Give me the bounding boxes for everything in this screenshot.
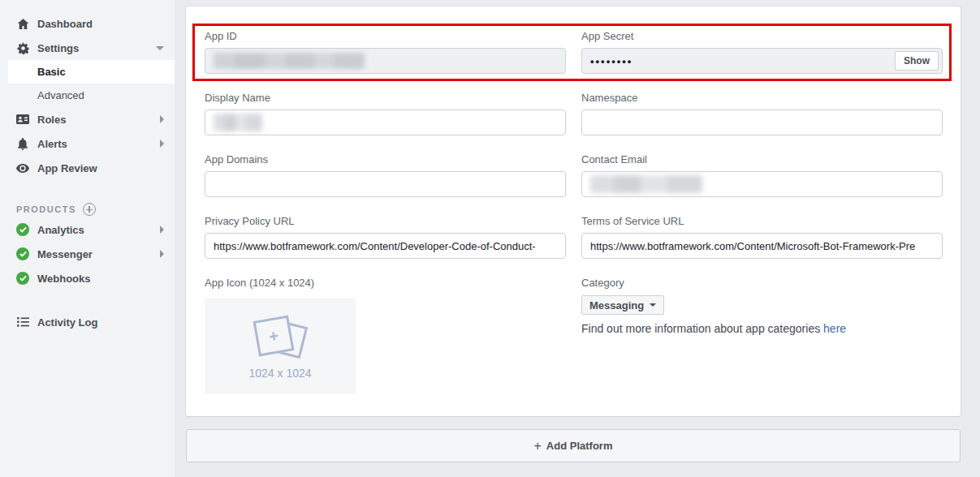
- gear-icon: [16, 41, 29, 54]
- app-id-label: App ID: [205, 30, 566, 44]
- contact-email-label: Contact Email: [581, 153, 943, 167]
- chevron-down-icon: [650, 303, 656, 307]
- plus-icon: +: [534, 440, 542, 453]
- sidebar-item-settings[interactable]: Settings: [0, 36, 175, 60]
- app-icon-size-hint: 1024 x 1024: [248, 367, 311, 380]
- display-name-field[interactable]: [205, 110, 566, 135]
- sidebar-item-activity-log[interactable]: Activity Log: [0, 310, 175, 334]
- terms-of-service-url-label: Terms of Service URL: [581, 215, 943, 229]
- category-help-text: Find out more information about app cate…: [581, 322, 943, 335]
- category-selected-value: Messaging: [589, 299, 644, 312]
- privacy-policy-url-field[interactable]: [205, 233, 566, 259]
- home-icon: [16, 17, 29, 30]
- sidebar-item-webhooks[interactable]: Webhooks: [0, 266, 175, 290]
- activity-log-icon: [16, 316, 29, 329]
- sidebar-item-dashboard[interactable]: Dashboard: [0, 11, 175, 36]
- sidebar-item-label: Advanced: [37, 89, 84, 101]
- category-label: Category: [581, 277, 943, 290]
- sidebar-item-label: Settings: [37, 42, 79, 54]
- category-dropdown[interactable]: Messaging: [581, 295, 664, 315]
- show-app-secret-button[interactable]: Show: [895, 51, 939, 71]
- chevron-right-icon: [160, 115, 164, 123]
- app-secret-label: App Secret: [581, 30, 943, 44]
- redacted-display-name-value: [214, 114, 262, 131]
- namespace-label: Namespace: [581, 92, 943, 105]
- products-section-header: PRODUCTS: [0, 201, 175, 217]
- add-product-icon[interactable]: [83, 203, 96, 216]
- privacy-policy-url-label: Privacy Policy URL: [205, 215, 566, 229]
- app-domains-input[interactable]: [214, 172, 557, 196]
- contact-email-field[interactable]: [581, 171, 943, 197]
- app-domains-label: App Domains: [205, 153, 566, 167]
- terms-of-service-url-input[interactable]: [590, 234, 934, 258]
- sidebar-item-label: Alerts: [37, 138, 67, 150]
- eye-icon: [16, 161, 29, 174]
- sidebar-item-alerts[interactable]: Alerts: [0, 131, 175, 156]
- terms-of-service-url-field[interactable]: [581, 233, 943, 259]
- app-icon-upload-area[interactable]: + 1024 x 1024: [205, 299, 356, 393]
- check-circle-icon: [16, 247, 29, 260]
- add-platform-button[interactable]: + Add Platform: [186, 429, 961, 462]
- sidebar-item-analytics[interactable]: Analytics: [0, 217, 175, 242]
- app-icon-label: App Icon (1024 x 1024): [205, 277, 566, 290]
- sidebar-item-label: Dashboard: [37, 18, 93, 30]
- photo-upload-icon: +: [251, 316, 309, 362]
- app-domains-field[interactable]: [205, 171, 566, 197]
- sidebar-item-label: App Review: [37, 162, 97, 174]
- display-name-label: Display Name: [205, 92, 566, 105]
- sidebar-item-messenger[interactable]: Messenger: [0, 242, 175, 266]
- sidebar-item-label: Webhooks: [37, 273, 91, 285]
- sidebar-item-advanced[interactable]: Advanced: [0, 84, 175, 107]
- privacy-policy-url-input[interactable]: [214, 234, 557, 258]
- sidebar-item-label: Activity Log: [37, 316, 97, 329]
- settings-form: App ID App Secret •••••••• Show Display …: [186, 6, 961, 393]
- products-header-label: PRODUCTS: [16, 204, 76, 214]
- namespace-field[interactable]: [581, 110, 943, 135]
- sidebar-item-label: Messenger: [37, 248, 93, 260]
- sidebar-item-label: Basic: [37, 66, 66, 78]
- sidebar-item-label: Analytics: [37, 224, 84, 236]
- chevron-right-icon: [160, 250, 164, 258]
- chevron-right-icon: [160, 140, 164, 148]
- check-circle-icon: [16, 223, 29, 236]
- redacted-contact-email-value: [590, 175, 702, 193]
- sidebar-item-roles[interactable]: Roles: [0, 107, 175, 131]
- sidebar-item-basic[interactable]: Basic: [8, 60, 175, 84]
- app-secret-masked-value: ••••••••: [590, 55, 632, 67]
- namespace-input[interactable]: [590, 110, 934, 135]
- app-secret-field: •••••••• Show: [581, 48, 943, 74]
- sidebar: Dashboard Settings Basic Advanced Roles …: [0, 0, 175, 477]
- sidebar-item-app-review[interactable]: App Review: [0, 156, 175, 180]
- add-platform-label: Add Platform: [546, 440, 613, 452]
- basic-settings-panel: App ID App Secret •••••••• Show Display …: [186, 6, 961, 416]
- sidebar-item-label: Roles: [37, 114, 66, 126]
- check-circle-icon: [16, 272, 29, 285]
- roles-card-icon: [16, 113, 29, 126]
- category-here-link[interactable]: here: [823, 322, 846, 335]
- chevron-down-icon: [156, 46, 164, 50]
- bell-icon: [16, 137, 29, 150]
- redacted-app-id-value: [214, 53, 365, 69]
- app-id-field: [205, 48, 566, 74]
- chevron-right-icon: [160, 226, 164, 234]
